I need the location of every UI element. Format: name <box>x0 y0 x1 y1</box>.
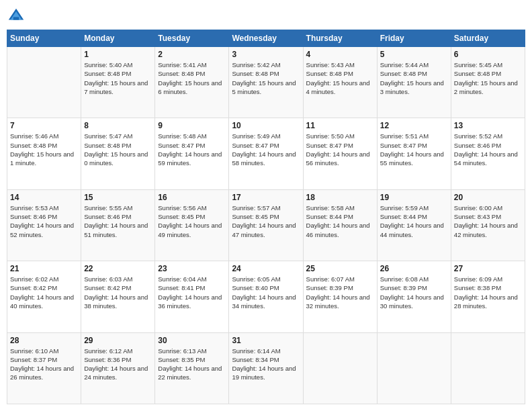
day-header-thursday: Thursday <box>303 30 377 47</box>
calendar-cell: 14Sunrise: 5:53 AMSunset: 8:46 PMDayligh… <box>7 189 81 261</box>
day-info: Sunrise: 6:10 AMSunset: 8:37 PMDaylight:… <box>10 347 78 382</box>
calendar-cell: 21Sunrise: 6:02 AMSunset: 8:42 PMDayligh… <box>7 261 81 332</box>
calendar-cell: 27Sunrise: 6:09 AMSunset: 8:38 PMDayligh… <box>451 261 525 332</box>
day-info: Sunrise: 6:13 AMSunset: 8:35 PMDaylight:… <box>158 347 226 382</box>
day-info: Sunrise: 5:42 AMSunset: 8:48 PMDaylight:… <box>232 60 300 96</box>
week-row-2: 7Sunrise: 5:46 AMSunset: 8:48 PMDaylight… <box>7 118 525 189</box>
day-number: 17 <box>232 193 300 202</box>
day-number: 20 <box>454 193 522 202</box>
day-info: Sunrise: 5:45 AMSunset: 8:48 PMDaylight:… <box>454 60 522 96</box>
day-number: 26 <box>380 264 448 273</box>
day-info: Sunrise: 5:53 AMSunset: 8:46 PMDaylight:… <box>10 203 78 239</box>
week-row-4: 21Sunrise: 6:02 AMSunset: 8:42 PMDayligh… <box>7 261 525 332</box>
day-info: Sunrise: 6:08 AMSunset: 8:39 PMDaylight:… <box>380 275 448 310</box>
calendar-cell: 29Sunrise: 6:12 AMSunset: 8:36 PMDayligh… <box>81 332 155 404</box>
calendar-cell: 20Sunrise: 6:00 AMSunset: 8:43 PMDayligh… <box>451 189 525 261</box>
day-info: Sunrise: 5:47 AMSunset: 8:48 PMDaylight:… <box>84 132 152 167</box>
calendar-cell <box>451 332 525 404</box>
day-number: 21 <box>10 264 78 273</box>
calendar-cell: 13Sunrise: 5:52 AMSunset: 8:46 PMDayligh… <box>451 118 525 189</box>
day-info: Sunrise: 5:56 AMSunset: 8:45 PMDaylight:… <box>158 203 226 239</box>
header <box>7 7 525 26</box>
calendar-cell: 17Sunrise: 5:57 AMSunset: 8:45 PMDayligh… <box>229 189 303 261</box>
days-of-week-row: SundayMondayTuesdayWednesdayThursdayFrid… <box>7 30 525 47</box>
day-info: Sunrise: 6:07 AMSunset: 8:39 PMDaylight:… <box>306 275 374 310</box>
day-info: Sunrise: 5:41 AMSunset: 8:48 PMDaylight:… <box>158 60 226 96</box>
day-info: Sunrise: 5:48 AMSunset: 8:47 PMDaylight:… <box>158 132 226 167</box>
calendar-cell: 5Sunrise: 5:44 AMSunset: 8:48 PMDaylight… <box>377 47 451 118</box>
day-number: 10 <box>232 121 300 130</box>
day-info: Sunrise: 5:51 AMSunset: 8:47 PMDaylight:… <box>380 132 448 167</box>
day-number: 29 <box>84 336 152 345</box>
calendar-cell: 2Sunrise: 5:41 AMSunset: 8:48 PMDaylight… <box>155 47 229 118</box>
day-number: 1 <box>84 50 152 59</box>
day-info: Sunrise: 6:09 AMSunset: 8:38 PMDaylight:… <box>454 275 522 310</box>
day-info: Sunrise: 5:43 AMSunset: 8:48 PMDaylight:… <box>306 60 374 96</box>
calendar-cell: 6Sunrise: 5:45 AMSunset: 8:48 PMDaylight… <box>451 47 525 118</box>
calendar-cell: 18Sunrise: 5:58 AMSunset: 8:44 PMDayligh… <box>303 189 377 261</box>
day-number: 31 <box>232 336 300 345</box>
day-header-sunday: Sunday <box>7 30 81 47</box>
day-info: Sunrise: 5:44 AMSunset: 8:48 PMDaylight:… <box>380 60 448 96</box>
calendar-table: SundayMondayTuesdayWednesdayThursdayFrid… <box>7 30 525 404</box>
calendar-cell: 23Sunrise: 6:04 AMSunset: 8:41 PMDayligh… <box>155 261 229 332</box>
day-info: Sunrise: 5:58 AMSunset: 8:44 PMDaylight:… <box>306 203 374 239</box>
calendar-cell: 8Sunrise: 5:47 AMSunset: 8:48 PMDaylight… <box>81 118 155 189</box>
day-number: 28 <box>10 336 78 345</box>
calendar-header: SundayMondayTuesdayWednesdayThursdayFrid… <box>7 30 525 47</box>
calendar-cell: 7Sunrise: 5:46 AMSunset: 8:48 PMDaylight… <box>7 118 81 189</box>
day-number: 3 <box>232 50 300 59</box>
calendar-cell: 19Sunrise: 5:59 AMSunset: 8:44 PMDayligh… <box>377 189 451 261</box>
page: SundayMondayTuesdayWednesdayThursdayFrid… <box>0 0 532 411</box>
calendar-cell: 31Sunrise: 6:14 AMSunset: 8:34 PMDayligh… <box>229 332 303 404</box>
day-header-tuesday: Tuesday <box>155 30 229 47</box>
day-info: Sunrise: 5:52 AMSunset: 8:46 PMDaylight:… <box>454 132 522 167</box>
day-number: 12 <box>380 121 448 130</box>
day-info: Sunrise: 5:50 AMSunset: 8:47 PMDaylight:… <box>306 132 374 167</box>
day-header-wednesday: Wednesday <box>229 30 303 47</box>
calendar-cell: 9Sunrise: 5:48 AMSunset: 8:47 PMDaylight… <box>155 118 229 189</box>
week-row-3: 14Sunrise: 5:53 AMSunset: 8:46 PMDayligh… <box>7 189 525 261</box>
day-number: 23 <box>158 264 226 273</box>
week-row-5: 28Sunrise: 6:10 AMSunset: 8:37 PMDayligh… <box>7 332 525 404</box>
day-info: Sunrise: 5:55 AMSunset: 8:46 PMDaylight:… <box>84 203 152 239</box>
calendar-cell: 30Sunrise: 6:13 AMSunset: 8:35 PMDayligh… <box>155 332 229 404</box>
day-info: Sunrise: 6:03 AMSunset: 8:42 PMDaylight:… <box>84 275 152 310</box>
calendar-cell: 16Sunrise: 5:56 AMSunset: 8:45 PMDayligh… <box>155 189 229 261</box>
day-header-saturday: Saturday <box>451 30 525 47</box>
calendar-cell: 11Sunrise: 5:50 AMSunset: 8:47 PMDayligh… <box>303 118 377 189</box>
week-row-1: 1Sunrise: 5:40 AMSunset: 8:48 PMDaylight… <box>7 47 525 118</box>
day-number: 24 <box>232 264 300 273</box>
calendar-cell <box>7 47 81 118</box>
day-number: 15 <box>84 193 152 202</box>
day-info: Sunrise: 6:04 AMSunset: 8:41 PMDaylight:… <box>158 275 226 310</box>
day-info: Sunrise: 5:57 AMSunset: 8:45 PMDaylight:… <box>232 203 300 239</box>
day-number: 11 <box>306 121 374 130</box>
calendar-cell: 22Sunrise: 6:03 AMSunset: 8:42 PMDayligh… <box>81 261 155 332</box>
calendar-cell: 4Sunrise: 5:43 AMSunset: 8:48 PMDaylight… <box>303 47 377 118</box>
day-number: 2 <box>158 50 226 59</box>
day-number: 5 <box>380 50 448 59</box>
calendar-cell <box>377 332 451 404</box>
svg-rect-2 <box>13 17 19 19</box>
calendar-cell: 15Sunrise: 5:55 AMSunset: 8:46 PMDayligh… <box>81 189 155 261</box>
day-info: Sunrise: 5:49 AMSunset: 8:47 PMDaylight:… <box>232 132 300 167</box>
day-info: Sunrise: 6:02 AMSunset: 8:42 PMDaylight:… <box>10 275 78 310</box>
day-number: 7 <box>10 121 78 130</box>
day-header-monday: Monday <box>81 30 155 47</box>
day-number: 30 <box>158 336 226 345</box>
calendar-body: 1Sunrise: 5:40 AMSunset: 8:48 PMDaylight… <box>7 47 525 404</box>
day-number: 16 <box>158 193 226 202</box>
calendar-cell: 3Sunrise: 5:42 AMSunset: 8:48 PMDaylight… <box>229 47 303 118</box>
day-info: Sunrise: 6:00 AMSunset: 8:43 PMDaylight:… <box>454 203 522 239</box>
logo-icon <box>7 7 26 26</box>
calendar-cell <box>303 332 377 404</box>
day-number: 27 <box>454 264 522 273</box>
day-info: Sunrise: 5:59 AMSunset: 8:44 PMDaylight:… <box>380 203 448 239</box>
calendar-cell: 28Sunrise: 6:10 AMSunset: 8:37 PMDayligh… <box>7 332 81 404</box>
day-number: 19 <box>380 193 448 202</box>
logo <box>7 7 28 26</box>
calendar-cell: 12Sunrise: 5:51 AMSunset: 8:47 PMDayligh… <box>377 118 451 189</box>
calendar-cell: 1Sunrise: 5:40 AMSunset: 8:48 PMDaylight… <box>81 47 155 118</box>
calendar-cell: 10Sunrise: 5:49 AMSunset: 8:47 PMDayligh… <box>229 118 303 189</box>
